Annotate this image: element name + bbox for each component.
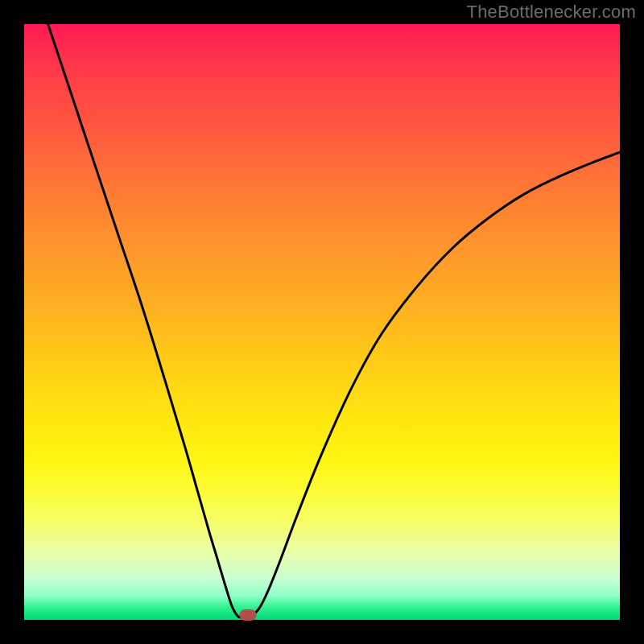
plot-area [24, 24, 620, 620]
optimal-marker [239, 609, 256, 621]
watermark-text: TheBottlenecker.com [467, 2, 636, 23]
bottleneck-curve-path [48, 24, 620, 617]
curve-svg [24, 24, 620, 620]
chart-frame: TheBottlenecker.com [0, 0, 644, 644]
